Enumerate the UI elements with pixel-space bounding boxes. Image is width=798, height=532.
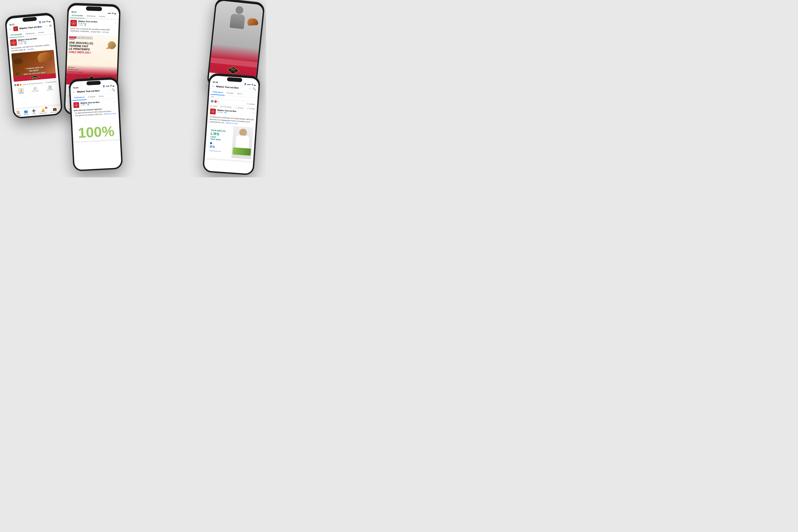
visibility-icon: 🌐 [24, 42, 26, 44]
ifs-subtitle: Global Markets Food [209, 150, 221, 152]
phone-1-post: M Méplon Tout est Bon 50 abonnés 2 mois … [8, 34, 61, 109]
republier-button[interactable]: 🔄 Republier [46, 86, 53, 92]
repost-icon: 🔄 [48, 86, 52, 89]
like-reaction-5: 👍 [211, 100, 214, 103]
love-reaction: ❤ [17, 84, 19, 87]
fb-back-arrow[interactable]: ← [73, 90, 76, 94]
percent-image: 100% [74, 116, 118, 139]
phone-4-post-header: M Méplon Tout est Bon 23 févr. · 🌐 ··· [73, 100, 116, 108]
fb-dots[interactable]: ··· [108, 89, 110, 92]
fb-post-dots-5[interactable]: ··· [252, 111, 254, 114]
reaction-info: 👍 ❤ 😮 Vous et 16 autres personnes [14, 81, 43, 87]
fb-search-icon[interactable]: 🔍 [112, 88, 115, 92]
company-logo-post: M [10, 39, 17, 46]
wifi-icon-4: ⊙ [110, 84, 112, 87]
reactions-text: Vous et 16 autres personnes [23, 82, 43, 86]
ifs-left-content: POUR MÉPLON L'IFS C'EST TOUT BON IFS Glo… [207, 124, 233, 158]
person-icon-5: 👤 [244, 83, 247, 85]
chef-photo-area: Méplon tout est bon [209, 0, 264, 77]
post-meta-2: Méplon Tout est Bon 50 abonnés 1 mois · … [78, 20, 113, 27]
nav-notifications[interactable]: 🔔 5 Notifications [39, 108, 47, 114]
post-dots-2[interactable]: ··· [114, 21, 117, 24]
signal-icon-4: ●●● [106, 85, 110, 87]
terrine-title: UNE (NOUVELLE) TERRINE FAIT LE PRINTEMPS… [69, 41, 106, 55]
post-dots[interactable]: ··· [50, 36, 53, 39]
person-icon: 👤 [39, 21, 41, 23]
saison-badge: MES TERRINE 4 SAISONS. [77, 37, 93, 39]
see-more-5[interactable]: Afficher la suite [226, 122, 238, 125]
battery-icon-5: ▬ [253, 84, 256, 86]
ifs-right-image [231, 126, 253, 159]
phone-3-logo: Méplon tout est bon [226, 65, 240, 75]
tab-2-statistiques[interactable]: Statistiques [85, 13, 98, 19]
signal-icon: ●●● [42, 21, 45, 23]
tab-2-fil-actualite[interactable]: Fil d'actualité [70, 13, 85, 18]
battery-icon-4: ▬ [112, 84, 114, 87]
bell-icon: 🔔 [41, 108, 45, 112]
fb-back-5[interactable]: ← [212, 84, 215, 88]
see-more-2[interactable]: ...voir plus [101, 31, 109, 33]
see-more-link[interactable]: ...voir plus [26, 48, 34, 51]
phone-4-content: 01:23 👤 ●●● ⊙ ▬ ← Méplon Tout est Bon ··… [70, 79, 121, 170]
comment-icon: 💬 [33, 87, 37, 90]
thumb-up-icon: 👍 [19, 89, 22, 92]
phone-5-facebook-ifs: 01:18 👤 ●●● ⊙ ▬ ← Méplon Tout est Bon ··… [202, 73, 261, 175]
jambon-post-image: " JAMBON MEPLON DEVIENT " MÉPLON TOUT ES… [11, 50, 56, 82]
post-text-2: Olivier vous a concocté de nouvelles rec… [70, 27, 116, 34]
ifs-image: POUR MÉPLON L'IFS C'EST TOUT BON IFS Glo… [207, 124, 253, 159]
terrine-subtitle: Ma Terrine des Beaux jours Aux légumes n… [68, 66, 83, 73]
phone-5-content: 01:18 👤 ●●● ⊙ ▬ ← Méplon Tout est Bon ··… [204, 75, 259, 174]
phone-4-time: 01:23 [73, 87, 78, 89]
fb-post-meta-5: Méplon Tout est Bon 22 mars · 🌐 [217, 109, 251, 115]
tab-activite[interactable]: Activité [36, 30, 46, 36]
fb-post-meta: Méplon Tout est Bon 23 févr. · 🌐 [80, 100, 112, 106]
nav-reseau[interactable]: 👥 Réseau [23, 109, 29, 116]
fb-post-dots[interactable]: ··· [114, 100, 116, 103]
svg-text:M: M [13, 42, 14, 44]
phones-container: 01:17 👤 ●●● ⊙ ▬ ← M [0, 0, 266, 177]
terrine-title-block: UNE (NOUVELLE) TERRINE FAIT LE PRINTEMPS… [69, 41, 106, 55]
nav-accueil[interactable]: 🏠 Accueil [16, 110, 21, 116]
food-tray [232, 147, 251, 156]
ifs-title: POUR MÉPLON L'IFS C'EST TOUT BON [210, 129, 231, 142]
saison-number: SAISON 1 [69, 39, 75, 40]
fb-company-logo: M [73, 102, 79, 108]
briefcase-icon: 💼 [53, 107, 57, 111]
signal-icon-5: ●●● [247, 83, 251, 86]
company-logo-2: M [70, 20, 77, 26]
tab-2-activite[interactable]: Activité [97, 14, 107, 19]
bookmark-icon[interactable]: ⊡ [49, 24, 52, 27]
phone-4-screen: 01:23 👤 ●●● ⊙ ▬ ← Méplon Tout est Bon ··… [70, 79, 121, 170]
see-more-4[interactable]: Afficher la suite [104, 112, 116, 115]
nav-publier[interactable]: ➕ Publier [32, 109, 36, 115]
wifi-icon-5: ⊙ [251, 83, 253, 86]
fb-tab-apropos[interactable]: À propos [87, 94, 97, 100]
phone-1-nav-dots[interactable]: ··· [45, 24, 48, 27]
fb-tab-more[interactable]: Plus ▾ [97, 94, 106, 99]
fb-company-logo-5: M [210, 108, 216, 114]
jaime-button[interactable]: 👍 J'aime [18, 88, 24, 94]
chef-head [235, 6, 244, 14]
phone-5-post: M Méplon Tout est Bon 22 mars · 🌐 ··· [205, 107, 257, 163]
fb-tab-publications[interactable]: Publications [72, 95, 87, 101]
ifs-post-image: POUR MÉPLON L'IFS C'EST TOUT BON IFS Glo… [207, 124, 253, 159]
comment-button[interactable]: 💬 Commenter [31, 87, 39, 93]
nav-offres[interactable]: 💼 Offres d'emploi [50, 107, 60, 113]
phone-1-linkedin-feed: 01:17 👤 ●●● ⊙ ▬ ← M [4, 12, 63, 119]
ifs-logo-text: IFS [210, 145, 230, 150]
phone-1-page-name: Méplon Tout est Bon [19, 25, 44, 30]
fb-search-5[interactable]: 🔍 [252, 87, 256, 91]
percent-text: 100% [78, 125, 115, 139]
fb-tab-5-more[interactable]: Plus ▾ [235, 91, 244, 97]
company-logo-nav: M [13, 26, 18, 31]
fb-dots-5[interactable]: ··· [249, 87, 251, 90]
share-icon-5: ↗ [247, 108, 248, 109]
wifi-icon: ⊙ [46, 20, 48, 23]
wifi-icon-2: ⊙ [112, 12, 114, 14]
ifs-circle [210, 142, 212, 144]
back-arrow-icon[interactable]: ← [9, 27, 12, 31]
phone-4-facebook-pubs: 01:23 👤 ●●● ⊙ ▬ ← Méplon Tout est Bon ··… [69, 77, 123, 171]
phone-1-content: 01:17 👤 ●●● ⊙ ▬ ← M [6, 15, 61, 118]
fb-page-title: Méplon Tout est Bon [77, 89, 107, 93]
fb-tab-5-apropos[interactable]: À propos [225, 90, 236, 96]
